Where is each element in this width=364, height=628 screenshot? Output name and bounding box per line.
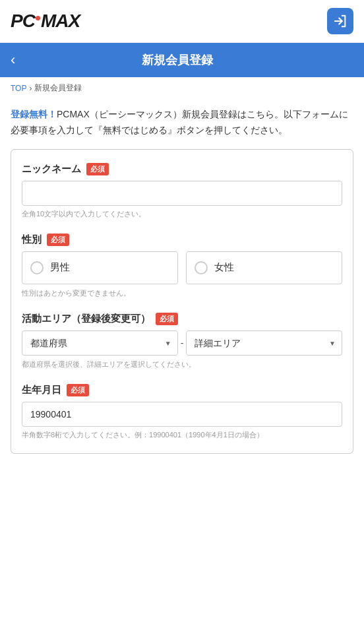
nickname-label: ニックネーム 必須 — [22, 163, 342, 175]
area-label-text: 活動エリア（登録後変更可） — [22, 313, 150, 325]
intro-text: 登録無料！PCMAX（ピーシーマックス）新規会員登録はこちら。以下フォームに必要… — [11, 107, 353, 139]
birthday-input[interactable] — [22, 402, 342, 427]
detail-select[interactable]: 詳細エリア — [186, 330, 342, 356]
prefecture-select-wrap: 都道府県 ▼ — [22, 330, 178, 356]
intro-body: PCMAX（ピーシーマックス）新規会員登録はこちら。以下フォームに必要事項を入力… — [11, 109, 348, 135]
birthday-group: 生年月日 必須 半角数字8桁で入力してください。例：19900401（1990年… — [22, 384, 342, 440]
nickname-input[interactable] — [22, 181, 342, 206]
area-group: 活動エリア（登録後変更可） 必須 都道府県 ▼ - 詳細エリア ▼ — [22, 313, 342, 369]
gender-male-radio-circle — [30, 261, 44, 274]
nickname-required-badge: 必須 — [86, 163, 109, 175]
logo-text: PCMAX — [11, 11, 80, 32]
nickname-label-text: ニックネーム — [22, 163, 81, 175]
birthday-label-text: 生年月日 — [22, 384, 61, 396]
detail-select-wrap: 詳細エリア ▼ — [186, 330, 342, 356]
area-hint: 都道府県を選択後、詳細エリアを選択してください。 — [22, 360, 342, 369]
form-card: ニックネーム 必須 全角10文字以内で入力してください。 性別 必須 男性 女性 — [11, 149, 353, 454]
gender-female-option[interactable]: 女性 — [186, 251, 342, 284]
main-content: 登録無料！PCMAX（ピーシーマックス）新規会員登録はこちら。以下フォームに必要… — [0, 99, 364, 470]
gender-male-label: 男性 — [50, 261, 70, 274]
login-icon — [333, 14, 348, 28]
gender-label: 性別 必須 — [22, 234, 342, 246]
gender-label-text: 性別 — [22, 234, 42, 246]
breadcrumb-separator: › — [29, 84, 32, 93]
nav-bar: ‹ 新規会員登録 — [0, 43, 364, 77]
area-selects: 都道府県 ▼ - 詳細エリア ▼ — [22, 330, 342, 356]
login-button[interactable] — [327, 8, 353, 34]
breadcrumb-current: 新規会員登録 — [34, 82, 82, 94]
gender-required-badge: 必須 — [47, 234, 69, 246]
gender-group: 性別 必須 男性 女性 性別はあとから変更できません。 — [22, 234, 342, 298]
logo-dot — [36, 16, 40, 20]
prefecture-select[interactable]: 都道府県 — [22, 330, 178, 356]
gender-hint: 性別はあとから変更できません。 — [22, 288, 342, 298]
gender-male-option[interactable]: 男性 — [22, 251, 178, 284]
birthday-label: 生年月日 必須 — [22, 384, 342, 396]
nickname-hint: 全角10文字以内で入力してください。 — [22, 209, 342, 219]
area-required-badge: 必須 — [156, 313, 178, 325]
birthday-required-badge: 必須 — [67, 384, 89, 396]
back-button[interactable]: ‹ — [11, 53, 15, 67]
birthday-hint: 半角数字8桁で入力してください。例：19900401（1990年4月1日の場合） — [22, 430, 342, 440]
area-dash: - — [178, 338, 187, 348]
nickname-group: ニックネーム 必須 全角10文字以内で入力してください。 — [22, 163, 342, 219]
area-label: 活動エリア（登録後変更可） 必須 — [22, 313, 342, 325]
breadcrumb-top-link[interactable]: TOP — [11, 84, 26, 93]
top-header: PCMAX — [0, 0, 364, 43]
nav-title: 新規会員登録 — [26, 52, 328, 68]
gender-female-radio-circle — [195, 261, 208, 274]
gender-female-label: 女性 — [214, 261, 234, 274]
intro-highlight: 登録無料！ — [11, 109, 57, 119]
gender-radio-group: 男性 女性 — [22, 251, 342, 284]
logo: PCMAX — [11, 11, 80, 32]
breadcrumb: TOP › 新規会員登録 — [0, 77, 364, 99]
